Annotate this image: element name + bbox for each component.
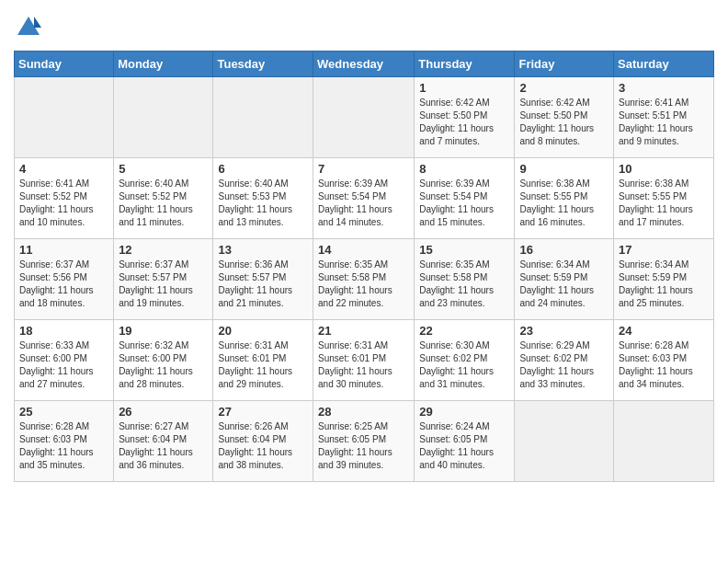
day-cell: 17Sunrise: 6:34 AMSunset: 5:59 PMDayligh… — [614, 238, 714, 319]
day-info: Sunrise: 6:40 AMSunset: 5:52 PMDaylight:… — [119, 178, 208, 229]
day-cell: 15Sunrise: 6:35 AMSunset: 5:58 PMDayligh… — [415, 238, 515, 319]
day-info: Sunrise: 6:24 AMSunset: 6:05 PMDaylight:… — [419, 420, 509, 472]
day-info: Sunrise: 6:34 AMSunset: 5:59 PMDaylight:… — [619, 259, 709, 310]
day-info: Sunrise: 6:31 AMSunset: 6:01 PMDaylight:… — [218, 339, 308, 391]
day-info: Sunrise: 6:37 AMSunset: 5:57 PMDaylight:… — [119, 259, 208, 310]
day-cell — [614, 400, 714, 481]
day-number: 20 — [218, 324, 308, 338]
weekday-header-friday: Friday — [515, 51, 614, 76]
day-cell: 4Sunrise: 6:41 AMSunset: 5:52 PMDaylight… — [15, 157, 114, 238]
day-number: 11 — [19, 243, 108, 257]
day-number: 22 — [419, 324, 509, 338]
day-cell: 3Sunrise: 6:41 AMSunset: 5:51 PMDaylight… — [614, 76, 714, 157]
day-number: 2 — [519, 81, 609, 95]
day-info: Sunrise: 6:42 AMSunset: 5:50 PMDaylight:… — [419, 97, 509, 148]
day-cell: 9Sunrise: 6:38 AMSunset: 5:55 PMDaylight… — [515, 157, 614, 238]
week-row-3: 11Sunrise: 6:37 AMSunset: 5:56 PMDayligh… — [15, 238, 714, 319]
logo — [14, 15, 41, 45]
day-info: Sunrise: 6:41 AMSunset: 5:51 PMDaylight:… — [619, 97, 709, 148]
day-cell: 2Sunrise: 6:42 AMSunset: 5:50 PMDaylight… — [515, 76, 614, 157]
day-number: 7 — [318, 162, 409, 176]
day-info: Sunrise: 6:35 AMSunset: 5:58 PMDaylight:… — [419, 259, 509, 310]
day-number: 25 — [19, 405, 108, 419]
day-number: 26 — [119, 405, 208, 419]
day-info: Sunrise: 6:41 AMSunset: 5:52 PMDaylight:… — [19, 178, 108, 229]
day-number: 17 — [619, 243, 709, 257]
day-info: Sunrise: 6:27 AMSunset: 6:04 PMDaylight:… — [119, 420, 208, 472]
day-number: 4 — [19, 162, 108, 176]
day-cell: 12Sunrise: 6:37 AMSunset: 5:57 PMDayligh… — [114, 238, 213, 319]
day-info: Sunrise: 6:28 AMSunset: 6:03 PMDaylight:… — [619, 339, 709, 391]
svg-marker-1 — [34, 17, 41, 28]
header — [14, 9, 714, 45]
day-number: 6 — [218, 162, 308, 176]
weekday-header-tuesday: Tuesday — [213, 51, 313, 76]
day-cell — [515, 400, 614, 481]
day-cell: 26Sunrise: 6:27 AMSunset: 6:04 PMDayligh… — [114, 400, 213, 481]
day-number: 19 — [119, 324, 208, 338]
weekday-header-monday: Monday — [114, 51, 213, 76]
day-cell: 19Sunrise: 6:32 AMSunset: 6:00 PMDayligh… — [114, 319, 213, 400]
day-info: Sunrise: 6:38 AMSunset: 5:55 PMDaylight:… — [619, 178, 709, 229]
day-info: Sunrise: 6:33 AMSunset: 6:00 PMDaylight:… — [19, 339, 108, 391]
day-info: Sunrise: 6:34 AMSunset: 5:59 PMDaylight:… — [519, 259, 609, 310]
day-cell — [114, 76, 213, 157]
day-cell: 8Sunrise: 6:39 AMSunset: 5:54 PMDaylight… — [415, 157, 515, 238]
day-info: Sunrise: 6:42 AMSunset: 5:50 PMDaylight:… — [519, 97, 609, 148]
day-cell: 7Sunrise: 6:39 AMSunset: 5:54 PMDaylight… — [313, 157, 415, 238]
day-number: 3 — [619, 81, 709, 95]
day-cell: 29Sunrise: 6:24 AMSunset: 6:05 PMDayligh… — [415, 400, 515, 481]
weekday-header-row: SundayMondayTuesdayWednesdayThursdayFrid… — [15, 51, 714, 76]
day-number: 16 — [519, 243, 609, 257]
day-cell: 13Sunrise: 6:36 AMSunset: 5:57 PMDayligh… — [213, 238, 313, 319]
week-row-1: 1Sunrise: 6:42 AMSunset: 5:50 PMDaylight… — [15, 76, 714, 157]
day-info: Sunrise: 6:39 AMSunset: 5:54 PMDaylight:… — [419, 178, 509, 229]
logo-icon — [16, 15, 41, 40]
week-row-5: 25Sunrise: 6:28 AMSunset: 6:03 PMDayligh… — [15, 400, 714, 481]
week-row-4: 18Sunrise: 6:33 AMSunset: 6:00 PMDayligh… — [15, 319, 714, 400]
day-number: 18 — [19, 324, 108, 338]
day-cell — [15, 76, 114, 157]
day-info: Sunrise: 6:32 AMSunset: 6:00 PMDaylight:… — [119, 339, 208, 391]
day-number: 12 — [119, 243, 208, 257]
day-info: Sunrise: 6:29 AMSunset: 6:02 PMDaylight:… — [519, 339, 609, 391]
day-number: 14 — [318, 243, 409, 257]
day-number: 8 — [419, 162, 509, 176]
day-number: 5 — [119, 162, 208, 176]
day-cell: 25Sunrise: 6:28 AMSunset: 6:03 PMDayligh… — [15, 400, 114, 481]
day-info: Sunrise: 6:31 AMSunset: 6:01 PMDaylight:… — [318, 339, 409, 391]
day-number: 21 — [318, 324, 409, 338]
day-cell: 22Sunrise: 6:30 AMSunset: 6:02 PMDayligh… — [415, 319, 515, 400]
day-cell: 5Sunrise: 6:40 AMSunset: 5:52 PMDaylight… — [114, 157, 213, 238]
day-cell — [213, 76, 313, 157]
weekday-header-sunday: Sunday — [15, 51, 114, 76]
day-info: Sunrise: 6:28 AMSunset: 6:03 PMDaylight:… — [19, 420, 108, 472]
day-cell: 20Sunrise: 6:31 AMSunset: 6:01 PMDayligh… — [213, 319, 313, 400]
day-cell: 11Sunrise: 6:37 AMSunset: 5:56 PMDayligh… — [15, 238, 114, 319]
day-number: 28 — [318, 405, 409, 419]
day-number: 24 — [619, 324, 709, 338]
day-cell: 1Sunrise: 6:42 AMSunset: 5:50 PMDaylight… — [415, 76, 515, 157]
day-cell: 18Sunrise: 6:33 AMSunset: 6:00 PMDayligh… — [15, 319, 114, 400]
day-info: Sunrise: 6:35 AMSunset: 5:58 PMDaylight:… — [318, 259, 409, 310]
weekday-header-thursday: Thursday — [415, 51, 515, 76]
weekday-header-wednesday: Wednesday — [313, 51, 415, 76]
day-cell: 21Sunrise: 6:31 AMSunset: 6:01 PMDayligh… — [313, 319, 415, 400]
day-cell: 27Sunrise: 6:26 AMSunset: 6:04 PMDayligh… — [213, 400, 313, 481]
day-info: Sunrise: 6:36 AMSunset: 5:57 PMDaylight:… — [218, 259, 308, 310]
day-info: Sunrise: 6:26 AMSunset: 6:04 PMDaylight:… — [218, 420, 308, 472]
day-number: 15 — [419, 243, 509, 257]
day-info: Sunrise: 6:39 AMSunset: 5:54 PMDaylight:… — [318, 178, 409, 229]
day-info: Sunrise: 6:25 AMSunset: 6:05 PMDaylight:… — [318, 420, 409, 472]
day-number: 10 — [619, 162, 709, 176]
day-info: Sunrise: 6:38 AMSunset: 5:55 PMDaylight:… — [519, 178, 609, 229]
day-number: 29 — [419, 405, 509, 419]
day-number: 9 — [519, 162, 609, 176]
day-number: 23 — [519, 324, 609, 338]
day-cell: 23Sunrise: 6:29 AMSunset: 6:02 PMDayligh… — [515, 319, 614, 400]
calendar: SundayMondayTuesdayWednesdayThursdayFrid… — [14, 51, 714, 482]
day-cell: 16Sunrise: 6:34 AMSunset: 5:59 PMDayligh… — [515, 238, 614, 319]
week-row-2: 4Sunrise: 6:41 AMSunset: 5:52 PMDaylight… — [15, 157, 714, 238]
weekday-header-saturday: Saturday — [614, 51, 714, 76]
day-cell: 24Sunrise: 6:28 AMSunset: 6:03 PMDayligh… — [614, 319, 714, 400]
